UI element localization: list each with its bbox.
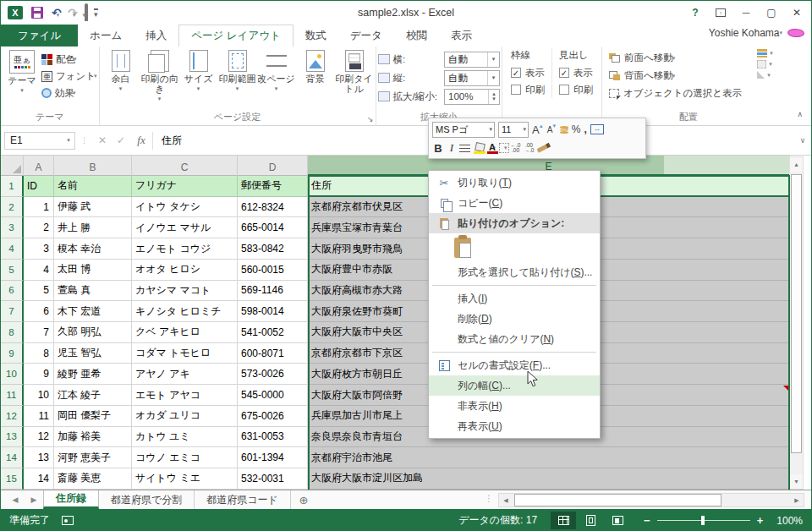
page-break-button[interactable]: 改ページ▾ bbox=[257, 48, 296, 94]
cell-name[interactable]: 萱島 真 bbox=[54, 281, 132, 302]
cell-id[interactable]: 14 bbox=[24, 468, 54, 490]
cell-kana[interactable]: カトウ ユミ bbox=[132, 427, 238, 448]
row-header[interactable]: 9 bbox=[1, 343, 24, 364]
row-header[interactable]: 4 bbox=[1, 238, 24, 260]
background-button[interactable]: 背景 bbox=[296, 48, 335, 84]
cell-id[interactable]: 13 bbox=[24, 447, 54, 468]
cell-id[interactable]: 6 bbox=[24, 301, 54, 322]
column-header-d[interactable]: D bbox=[238, 156, 308, 176]
italic-button[interactable]: I bbox=[447, 141, 456, 155]
cell-id[interactable]: 1 bbox=[24, 197, 54, 218]
cell-kana[interactable]: オカダ ユリコ bbox=[132, 406, 238, 427]
tab-file[interactable]: ファイル bbox=[1, 25, 78, 47]
cell-name[interactable]: 榎本 幸治 bbox=[54, 238, 132, 260]
menu-item-paste-special[interactable]: 形式を選択して貼り付け(S)... bbox=[429, 262, 600, 282]
menu-item-insert[interactable]: 挿入(I) bbox=[429, 288, 600, 309]
cell-kana[interactable]: サイトウ ミエ bbox=[132, 468, 238, 490]
redo-button[interactable]: ↷▾ bbox=[68, 5, 75, 20]
row-header[interactable]: 10 bbox=[1, 364, 24, 385]
tab-insert[interactable]: 挿入 bbox=[134, 25, 178, 47]
merge-center-icon[interactable]: ↔ bbox=[590, 124, 604, 134]
themes-button[interactable]: 亜ぁ テーマ▾ bbox=[3, 48, 41, 96]
menu-item-clear-contents[interactable]: 数式と値のクリア(N) bbox=[429, 329, 600, 349]
zoom-out-button[interactable]: − bbox=[644, 514, 650, 527]
cell-kana[interactable]: コウノ エミコ bbox=[132, 447, 238, 468]
cell-kana[interactable]: コダマ トモヒロ bbox=[132, 343, 238, 364]
touch-mode-button[interactable]: ▾ bbox=[85, 5, 86, 20]
page-layout-view-button[interactable] bbox=[578, 512, 603, 529]
excel-logo-icon[interactable]: X bbox=[8, 6, 23, 19]
font-name-select[interactable]: MS Pゴ▾ bbox=[432, 122, 495, 138]
font-color-button[interactable]: A▾ bbox=[487, 143, 497, 154]
cell-zip[interactable]: 598-0014 bbox=[238, 301, 308, 322]
cell-id[interactable]: 7 bbox=[24, 322, 54, 343]
bold-button[interactable]: B bbox=[432, 142, 444, 155]
size-button[interactable]: サイズ▾ bbox=[179, 48, 218, 94]
cell-kana[interactable]: オオタ ヒロシ bbox=[132, 260, 238, 281]
orientation-button[interactable]: 印刷の向き▾ bbox=[140, 48, 179, 104]
cell-kana[interactable]: アヤノ アキ bbox=[132, 364, 238, 385]
comma-style-button[interactable]: , bbox=[584, 123, 586, 135]
cell-kana[interactable]: クベ アキヒロ bbox=[132, 322, 238, 343]
insert-function-icon[interactable]: fx bbox=[130, 134, 152, 147]
tab-split-grip[interactable]: ⋮ bbox=[485, 494, 492, 503]
zoom-level[interactable]: 100% bbox=[776, 515, 803, 527]
sheet-tab[interactable]: 都道府県コード bbox=[195, 490, 291, 509]
scale-width-select[interactable]: 自動▾ bbox=[444, 52, 500, 68]
horizontal-scrollbar-thumb[interactable] bbox=[514, 494, 721, 506]
undo-button[interactable]: ↶▾ bbox=[52, 5, 59, 20]
zoom-slider[interactable] bbox=[657, 520, 750, 521]
minimize-button[interactable]: ─ bbox=[735, 3, 757, 22]
cell-id[interactable]: 2 bbox=[24, 217, 54, 238]
headings-print-checkbox[interactable]: 印刷 bbox=[559, 81, 593, 98]
close-button[interactable]: ✕ bbox=[786, 3, 808, 22]
ribbon-display-options-button[interactable]: ↑ bbox=[710, 3, 732, 22]
cell-kana[interactable]: カヤシマ マコト bbox=[132, 281, 238, 302]
menu-item-column-width[interactable]: 列の幅(C)... bbox=[429, 375, 600, 396]
collapse-ribbon-icon[interactable]: ∧ bbox=[797, 110, 803, 118]
tab-review[interactable]: 校閲 bbox=[394, 25, 439, 47]
row-header[interactable]: 5 bbox=[1, 260, 24, 281]
cell-name-header[interactable]: 名前 bbox=[54, 176, 132, 197]
cell-zip[interactable]: 560-0015 bbox=[238, 260, 308, 281]
tab-view[interactable]: 表示 bbox=[439, 25, 484, 47]
cell-kana[interactable]: エモト アヤコ bbox=[132, 385, 238, 406]
scale-height-select[interactable]: 自動▾ bbox=[444, 70, 500, 86]
cell-zip[interactable]: 532-0031 bbox=[238, 468, 308, 490]
sheet-nav-left-icon[interactable]: ◀ bbox=[6, 490, 25, 509]
menu-item-hide[interactable]: 非表示(H) bbox=[429, 396, 600, 416]
column-header-c[interactable]: C bbox=[132, 156, 238, 176]
row-header[interactable]: 15 bbox=[1, 468, 24, 490]
cell-zip[interactable]: 569-1146 bbox=[238, 281, 308, 302]
cell-name[interactable]: 太田 博 bbox=[54, 260, 132, 281]
account-area[interactable]: Yoshie Kohama ▾ bbox=[709, 27, 804, 39]
print-area-button[interactable]: 印刷範囲▾ bbox=[218, 48, 257, 94]
cell-name[interactable]: 河野 恵美子 bbox=[54, 447, 132, 468]
cell-kana[interactable]: キノシタ ヒロミチ bbox=[132, 301, 238, 322]
cell-name[interactable]: 斎藤 美恵 bbox=[54, 468, 132, 490]
headings-view-checkbox[interactable]: ✓表示 bbox=[559, 64, 593, 81]
formula-bar-grip[interactable]: ⋮ bbox=[80, 136, 88, 145]
tab-formulas[interactable]: 数式 bbox=[294, 25, 338, 47]
help-button[interactable]: ? bbox=[684, 3, 706, 22]
row-header[interactable]: 13 bbox=[1, 427, 24, 448]
cell-name[interactable]: 久部 明弘 bbox=[54, 322, 132, 343]
cell-zip[interactable]: 583-0842 bbox=[238, 238, 308, 260]
cancel-icon[interactable]: ✕ bbox=[93, 134, 112, 146]
cell-id-header[interactable]: ID bbox=[24, 176, 54, 197]
percent-style-button[interactable]: % bbox=[572, 123, 581, 135]
shrink-font-button[interactable]: A▼ bbox=[547, 125, 557, 134]
menu-item-unhide[interactable]: 再表示(U) bbox=[429, 416, 600, 436]
cell-name[interactable]: 井上 勝 bbox=[54, 217, 132, 238]
rotate-button[interactable]: ▾ bbox=[757, 71, 773, 79]
dialog-launcher-icon[interactable]: ↘ bbox=[367, 115, 374, 123]
cell-id[interactable]: 5 bbox=[24, 281, 54, 302]
increase-decimal-button[interactable]: .00→.0 bbox=[524, 143, 534, 153]
cell-name[interactable]: 伊藤 武 bbox=[54, 197, 132, 218]
cell-name[interactable]: 岡田 優梨子 bbox=[54, 406, 132, 427]
page-break-view-button[interactable] bbox=[605, 512, 630, 529]
select-all-corner[interactable] bbox=[1, 156, 24, 176]
new-sheet-icon[interactable]: ⊕ bbox=[291, 490, 316, 509]
fill-color-button[interactable]: ▾ bbox=[474, 143, 484, 154]
align-button[interactable]: ▾ bbox=[757, 49, 773, 57]
